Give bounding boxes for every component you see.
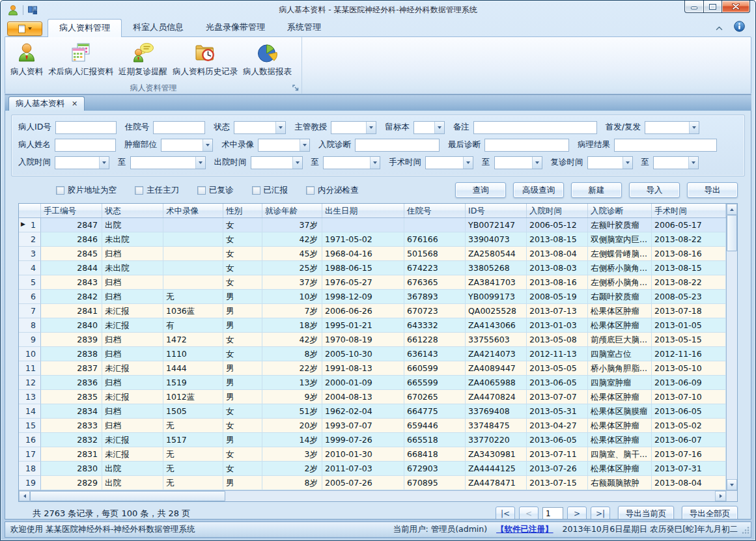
professor-select[interactable] xyxy=(331,121,376,134)
tab-patient-basic-info[interactable]: 病人基本资料 ✕ xyxy=(8,96,85,111)
scroll-right-arrow[interactable] xyxy=(715,491,726,501)
column-header-admission-date[interactable]: 入院时间 xyxy=(527,204,588,217)
first-recurrence-select[interactable] xyxy=(645,121,699,134)
horizontal-scrollbar[interactable] xyxy=(19,490,737,501)
last-page-button[interactable]: >| xyxy=(591,506,610,520)
advanced-query-button[interactable]: 高级查询 xyxy=(513,182,564,198)
import-button[interactable]: 导入 xyxy=(629,182,680,198)
export-all-pages-button[interactable]: 导出全部页 xyxy=(682,506,738,520)
info-icon[interactable] xyxy=(734,21,745,34)
dropdown-arrow-icon[interactable] xyxy=(370,157,380,169)
table-row[interactable]: 1▶2847出院女37岁YB00721472006-05-12左额叶胶质瘤200… xyxy=(19,218,726,232)
history-record-button[interactable]: 病人资料历史记录 xyxy=(170,39,240,82)
discharge-date-to-select[interactable] xyxy=(323,156,380,169)
chief-surgeon-checkbox[interactable]: 主任主刀 xyxy=(135,185,179,196)
column-header-birth-date[interactable]: 出生日期 xyxy=(322,204,404,217)
table-row[interactable]: 152833归档无女20岁1993-07-0765944633748475201… xyxy=(19,419,726,433)
prev-page-button[interactable]: < xyxy=(519,506,539,520)
dropdown-arrow-icon[interactable] xyxy=(300,139,309,151)
column-header-manual-no[interactable]: 手工编号 xyxy=(41,204,102,217)
dropdown-arrow-icon[interactable] xyxy=(623,157,632,169)
column-header-visit-age[interactable]: 就诊年龄 xyxy=(262,204,322,217)
hospital-no-input[interactable] xyxy=(153,121,205,134)
ribbon-collapse-icon[interactable] xyxy=(715,23,723,33)
column-header-surgery-date[interactable]: 手术时间 xyxy=(652,204,726,217)
column-header-gender[interactable]: 性别 xyxy=(223,204,262,217)
scroll-up-arrow[interactable] xyxy=(727,204,737,215)
application-menu-button[interactable] xyxy=(7,21,42,36)
horizontal-scrollbar-track[interactable] xyxy=(225,491,715,501)
surgery-date-to-select[interactable] xyxy=(494,156,542,169)
postop-report-button[interactable]: 术后病人汇报资料 xyxy=(46,39,116,82)
vertical-scrollbar-track[interactable] xyxy=(727,251,737,479)
query-button[interactable]: 查询 xyxy=(455,182,506,198)
table-row[interactable]: 92839归档1472女42岁1970-08-19661228337556032… xyxy=(19,333,726,347)
table-row[interactable]: 82840未汇报有男18岁1995-01-21643332ZA414306620… xyxy=(19,318,726,333)
dropdown-arrow-icon[interactable] xyxy=(275,122,285,133)
column-header-status[interactable]: 状态 xyxy=(102,204,163,217)
patient-id-input[interactable] xyxy=(55,121,117,134)
table-row[interactable]: 142834归档1505女51岁1962-02-0466477533769408… xyxy=(19,404,726,419)
dropdown-arrow-icon[interactable] xyxy=(366,122,376,133)
admission-date-from-select[interactable] xyxy=(55,156,109,169)
dropdown-arrow-icon[interactable] xyxy=(292,157,302,169)
export-current-page-button[interactable]: 导出当前页 xyxy=(618,506,674,520)
dropdown-arrow-icon[interactable] xyxy=(203,139,212,151)
tumor-site-select[interactable] xyxy=(161,139,213,152)
table-row[interactable]: 22846未出院女42岁1971-05-02676166339040732013… xyxy=(19,232,726,247)
admission-date-to-select[interactable] xyxy=(130,156,206,169)
status-select[interactable] xyxy=(234,121,286,134)
dropdown-arrow-icon[interactable] xyxy=(463,157,473,169)
first-page-button[interactable]: |< xyxy=(496,506,515,520)
ribbon-tab-patient-management[interactable]: 病人资料管理 xyxy=(48,19,122,37)
surgery-date-from-select[interactable] xyxy=(425,156,473,169)
column-header-id-no[interactable]: ID号 xyxy=(466,204,527,217)
table-row[interactable]: 72841未汇报1036蓝男7岁2006-06-26670723QA002552… xyxy=(19,304,726,318)
surgery-video-select[interactable] xyxy=(258,139,310,152)
table-row[interactable]: 32845归档女45岁1968-04-16501568ZA25805442013… xyxy=(19,247,726,261)
scroll-left-arrow[interactable] xyxy=(19,491,30,501)
table-row[interactable]: 162832未汇报1517男14岁1999-07-266655183377022… xyxy=(19,433,726,447)
column-header-hospital-no[interactable]: 住院号 xyxy=(404,204,466,217)
endocrine-exam-checkbox[interactable]: 内分泌检查 xyxy=(306,185,359,196)
export-button[interactable]: 导出 xyxy=(687,182,738,198)
reported-checkbox[interactable]: 已汇报 xyxy=(252,185,288,196)
column-header-row-indicator[interactable] xyxy=(19,204,41,217)
registered-link[interactable]: 【软件已注册】 xyxy=(496,524,553,535)
next-page-button[interactable]: > xyxy=(567,506,587,520)
minimize-button[interactable] xyxy=(684,1,704,13)
dropdown-arrow-icon[interactable] xyxy=(195,157,205,169)
table-row[interactable]: 132835未汇报1012蓝男9岁2004-08-13670265ZA44708… xyxy=(19,390,726,404)
table-row[interactable]: 62842归档无男10岁1998-12-09367893YB0099173200… xyxy=(19,290,726,304)
table-row[interactable]: 102838归档1110女8岁2005-10-30636143ZA4214073… xyxy=(19,347,726,361)
scroll-down-arrow[interactable] xyxy=(727,479,737,490)
column-header-surgery-video[interactable]: 术中录像 xyxy=(163,204,223,217)
patient-name-input[interactable] xyxy=(55,139,116,152)
table-row[interactable]: 172831未汇报无女3岁2010-01-30668418ZA343098120… xyxy=(19,447,726,462)
admission-diagnosis-input[interactable] xyxy=(355,139,440,152)
maximize-button[interactable] xyxy=(704,1,721,13)
table-row[interactable]: 52843归档女37岁1976-05-27676365ZA38417032013… xyxy=(19,275,726,290)
dropdown-arrow-icon[interactable] xyxy=(689,122,699,133)
table-row[interactable]: 192829出院无男8岁2005-07-26670895ZA4478471201… xyxy=(19,476,726,490)
ribbon-tab-department-staff[interactable]: 科室人员信息 xyxy=(122,19,195,36)
revisit-reminder-button[interactable]: 近期复诊提醒 xyxy=(116,39,170,82)
dropdown-arrow-icon[interactable] xyxy=(99,157,109,169)
page-number-input[interactable] xyxy=(542,507,563,520)
specimen-select[interactable] xyxy=(413,121,445,134)
discharge-date-from-select[interactable] xyxy=(251,156,303,169)
film-address-empty-checkbox[interactable]: 胶片地址为空 xyxy=(56,185,117,196)
pathology-result-input[interactable] xyxy=(614,139,717,152)
remark-input[interactable] xyxy=(473,121,597,134)
ribbon-tab-system-management[interactable]: 系统管理 xyxy=(276,19,332,36)
data-report-button[interactable]: 病人数据报表 xyxy=(240,39,294,82)
column-header-admission-diagnosis[interactable]: 入院诊断 xyxy=(588,204,652,217)
new-button[interactable]: 新建 xyxy=(571,182,622,198)
revisited-checkbox[interactable]: 已复诊 xyxy=(197,185,234,196)
final-diagnosis-input[interactable] xyxy=(484,139,569,152)
table-row[interactable]: 42844未出院女25岁1988-06-15674223338052682013… xyxy=(19,261,726,275)
quick-access-icon[interactable] xyxy=(27,5,38,16)
revisit-date-to-select[interactable] xyxy=(653,156,699,169)
ribbon-tab-disc-tape-management[interactable]: 光盘录像带管理 xyxy=(195,19,276,36)
vertical-scrollbar-thumb[interactable] xyxy=(727,215,737,251)
